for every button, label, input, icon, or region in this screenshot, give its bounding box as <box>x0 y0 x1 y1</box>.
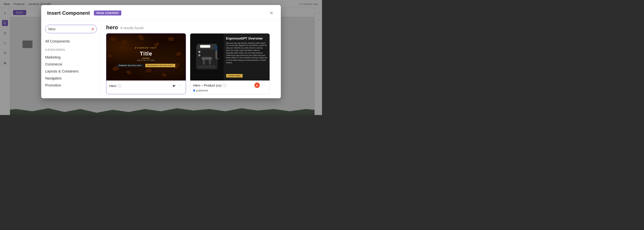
svg-point-10 <box>198 51 200 53</box>
svg-rect-8 <box>216 50 217 59</box>
categories-label: CATEGORIES <box>45 48 97 51</box>
svg-rect-6 <box>209 60 211 65</box>
category-navigation[interactable]: Navigation <box>45 75 97 82</box>
svg-rect-7 <box>198 66 216 68</box>
category-layouts[interactable]: Layouts & Containers <box>45 68 97 75</box>
hero-secondary-button: SECONDARY BUTTON COPY <box>145 64 175 67</box>
category-promotion[interactable]: Promotion <box>45 82 97 89</box>
hero-divider <box>142 58 150 59</box>
svg-rect-5 <box>203 60 205 65</box>
hero-info-icon[interactable]: i <box>118 84 121 88</box>
results-query: hero <box>106 24 118 31</box>
component-card-hero-product[interactable]: EspressoGPT Overview Start your day righ… <box>190 33 270 94</box>
product-body: Start your day right with the JavaDrip c… <box>226 42 267 72</box>
page-content-badge: PAGE CONTENT <box>94 11 121 16</box>
cursor-hand-icon: ☛ <box>172 84 176 88</box>
hero-buttons: PRIMARY BUTTON COPY SECONDARY BUTTON COP… <box>117 64 175 67</box>
hero-primary-button: PRIMARY BUTTON COPY <box>117 64 144 67</box>
hero-preview-bg: EYEBROW TEXT Title DESCRIPTION PRIMARY B… <box>106 34 186 81</box>
modal-right-panel: hero 6 results found <box>101 21 281 98</box>
component-card-hero[interactable]: EYEBROW TEXT Title DESCRIPTION PRIMARY B… <box>106 33 186 94</box>
modal-title: Insert Component <box>47 10 90 16</box>
published-label: published <box>196 89 208 92</box>
svg-rect-9 <box>216 58 219 59</box>
modal-header: Insert Component PAGE CONTENT ✕ <box>41 5 281 21</box>
published-badge: published <box>193 89 208 92</box>
hero-preview: EYEBROW TEXT Title DESCRIPTION PRIMARY B… <box>106 34 186 81</box>
product-cta: LEARN MORE <box>226 74 242 78</box>
results-header: hero 6 results found <box>101 21 281 33</box>
card-row1: Hero – Product (uc) i ··· <box>193 83 266 88</box>
product-title: EspressoGPT Overview <box>226 37 267 41</box>
product-text-side: EspressoGPT Overview Start your day righ… <box>224 34 270 81</box>
product-play-button[interactable] <box>254 83 260 88</box>
insert-component-modal: Insert Component PAGE CONTENT ✕ ✕ All Co… <box>41 5 281 98</box>
coffee-machine-svg <box>193 37 221 78</box>
search-input[interactable] <box>45 25 97 33</box>
modal-close-button[interactable]: ✕ <box>268 10 275 17</box>
all-components-link[interactable]: All Components <box>45 38 97 44</box>
product-preview-bg: EspressoGPT Overview Start your day righ… <box>190 34 270 81</box>
hero-description: DESCRIPTION <box>117 60 175 61</box>
components-grid: EYEBROW TEXT Title DESCRIPTION PRIMARY B… <box>101 33 281 98</box>
search-clear-button[interactable]: ✕ <box>91 27 94 32</box>
modal-left-panel: ✕ All Components CATEGORIES Marketing Co… <box>41 21 101 98</box>
hero-overlay-content: EYEBROW TEXT Title DESCRIPTION PRIMARY B… <box>113 43 179 71</box>
search-wrapper: ✕ <box>45 25 97 33</box>
svg-rect-12 <box>215 46 218 50</box>
card-name-hero: Hero <box>109 84 116 88</box>
hero-card-three-dots[interactable]: ··· <box>178 83 183 89</box>
category-marketing[interactable]: Marketing <box>45 54 97 61</box>
product-info-icon[interactable]: i <box>223 84 226 87</box>
hero-eyebrow: EYEBROW TEXT <box>117 47 175 49</box>
svg-rect-4 <box>202 57 212 60</box>
modal-overlay: Insert Component PAGE CONTENT ✕ ✕ All Co… <box>0 0 322 115</box>
results-count: 6 results found <box>120 26 144 30</box>
product-image-side <box>190 34 224 81</box>
card-name-product: Hero – Product (uc) <box>193 84 222 87</box>
product-card-three-dots[interactable]: ··· <box>261 83 266 88</box>
modal-body: ✕ All Components CATEGORIES Marketing Co… <box>41 21 281 98</box>
hero-title: Title <box>117 51 175 57</box>
card-row2: published <box>193 89 266 92</box>
published-dot <box>193 90 195 92</box>
card-footer-product: Hero – Product (uc) i ··· published <box>190 81 270 94</box>
hero-product-preview: EspressoGPT Overview Start your day righ… <box>190 34 270 81</box>
card-footer-hero: Hero i ☛ ··· <box>106 81 186 91</box>
svg-rect-3 <box>201 45 210 47</box>
category-commerce[interactable]: Commerce <box>45 61 97 68</box>
svg-point-11 <box>198 54 200 56</box>
